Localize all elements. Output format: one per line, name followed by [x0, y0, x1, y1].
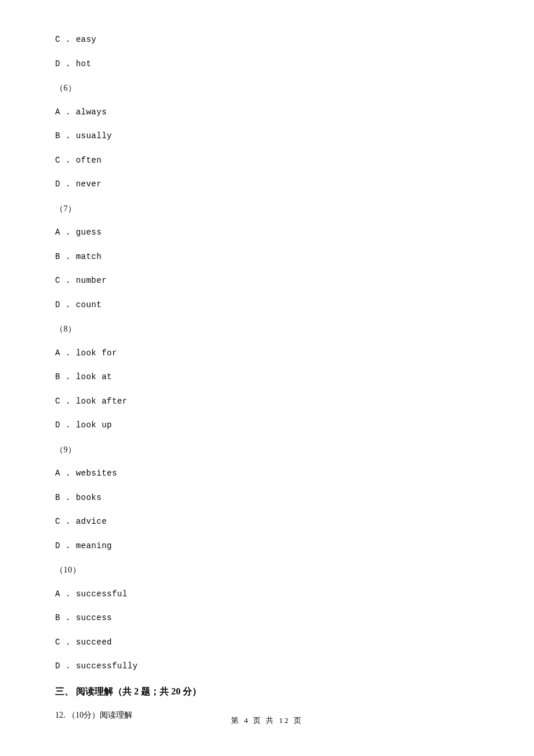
option-line: B . match	[55, 251, 479, 263]
option-text: number	[76, 276, 107, 285]
section-heading: 三、 阅读理解（共 2 题；共 20 分）	[55, 685, 479, 699]
option-text: look after	[76, 397, 128, 406]
option-line: D . never	[55, 178, 479, 190]
option-text: count	[76, 300, 102, 309]
question-number: （9）	[55, 444, 479, 456]
option-text: meaning	[76, 541, 112, 550]
option-line: D . count	[55, 299, 479, 311]
option-line: D . successfully	[55, 660, 479, 672]
option-text: look at	[76, 372, 112, 381]
option-label: C	[55, 397, 60, 406]
option-label: A	[55, 589, 60, 599]
option-line: D . look up	[55, 419, 479, 431]
option-text: often	[76, 156, 102, 165]
option-text: always	[76, 107, 107, 117]
option-label: D	[55, 661, 60, 671]
option-label: C	[55, 638, 60, 647]
option-label: C	[55, 156, 60, 165]
option-line: B . look at	[55, 371, 479, 383]
option-line: C . advice	[55, 516, 479, 528]
option-text: hot	[76, 59, 92, 69]
question-number: （7）	[55, 203, 479, 215]
option-text: success	[76, 613, 112, 622]
option-label: C	[55, 35, 60, 44]
option-text: succeed	[76, 638, 112, 647]
option-line: C . number	[55, 275, 479, 287]
option-line: D . hot	[55, 58, 479, 70]
option-label: C	[55, 276, 60, 285]
option-line: D . meaning	[55, 540, 479, 552]
option-label: B	[55, 131, 60, 141]
option-text: guess	[76, 228, 102, 237]
content-area: C . easy D . hot （6） A . always B . usua…	[55, 34, 479, 721]
option-label: D	[55, 420, 60, 430]
question-number: （10）	[55, 564, 479, 576]
question-number: （6）	[55, 82, 479, 94]
option-text: easy	[76, 35, 97, 44]
option-text: match	[76, 252, 102, 261]
option-text: books	[76, 493, 102, 502]
option-label: A	[55, 469, 60, 478]
option-text: advice	[76, 517, 107, 526]
option-label: C	[55, 517, 60, 526]
option-text: successfully	[76, 661, 138, 671]
option-label: D	[55, 179, 60, 189]
question-number: （8）	[55, 323, 479, 335]
option-label: B	[55, 613, 60, 622]
option-line: A . successful	[55, 588, 479, 600]
option-label: A	[55, 107, 60, 117]
option-line: C . look after	[55, 395, 479, 408]
option-line: C . succeed	[55, 636, 479, 649]
option-label: A	[55, 228, 60, 237]
option-label: B	[55, 252, 60, 261]
option-label: D	[55, 300, 60, 309]
option-text: successful	[76, 589, 128, 599]
page-footer: 第 4 页 共 12 页	[0, 715, 534, 726]
page-container: C . easy D . hot （6） A . always B . usua…	[0, 0, 534, 756]
option-label: B	[55, 493, 60, 502]
option-text: never	[76, 179, 102, 189]
option-line: A . websites	[55, 467, 479, 480]
option-label: D	[55, 541, 60, 550]
option-line: C . easy	[55, 34, 479, 46]
option-line: B . usually	[55, 130, 479, 142]
option-text: usually	[76, 131, 112, 141]
option-text: websites	[76, 469, 117, 478]
option-text: look up	[76, 420, 112, 430]
option-label: A	[55, 348, 60, 358]
option-text: look for	[76, 348, 117, 358]
option-line: B . success	[55, 612, 479, 624]
option-label: D	[55, 59, 60, 69]
option-line: A . look for	[55, 347, 479, 359]
option-line: A . always	[55, 106, 479, 118]
option-line: A . guess	[55, 226, 479, 239]
option-line: B . books	[55, 492, 479, 504]
option-label: B	[55, 372, 60, 381]
option-line: C . often	[55, 154, 479, 167]
